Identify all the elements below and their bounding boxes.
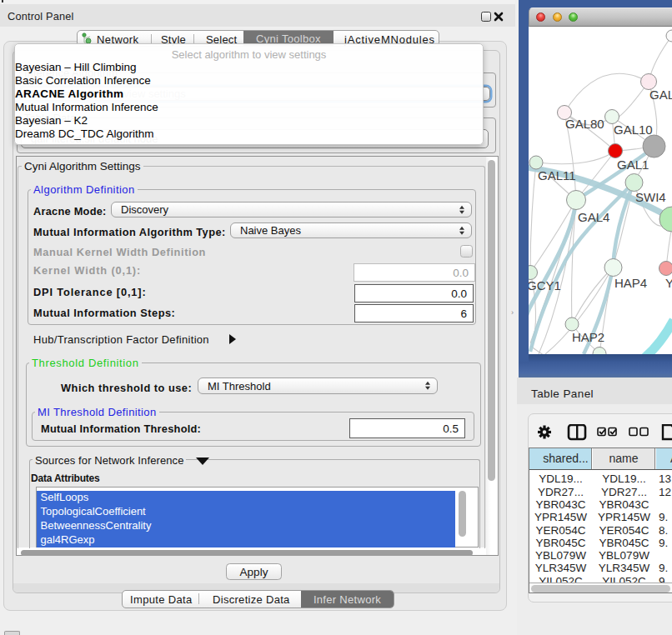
svg-text:GAL2: GAL2 (649, 88, 672, 102)
svg-text:GAL11: GAL11 (538, 168, 576, 182)
svg-text:GAL10: GAL10 (614, 122, 653, 137)
svg-text:GAL1: GAL1 (617, 158, 649, 172)
svg-text:GCY1: GCY1 (529, 278, 561, 292)
svg-text:SWI4: SWI4 (635, 190, 666, 204)
svg-text:GAL80: GAL80 (565, 117, 604, 131)
svg-text:HAP4: HAP4 (614, 276, 647, 290)
svg-text:GAL4: GAL4 (578, 210, 609, 224)
svg-text:Y: Y (665, 276, 672, 290)
svg-text:HAP2: HAP2 (572, 330, 604, 344)
